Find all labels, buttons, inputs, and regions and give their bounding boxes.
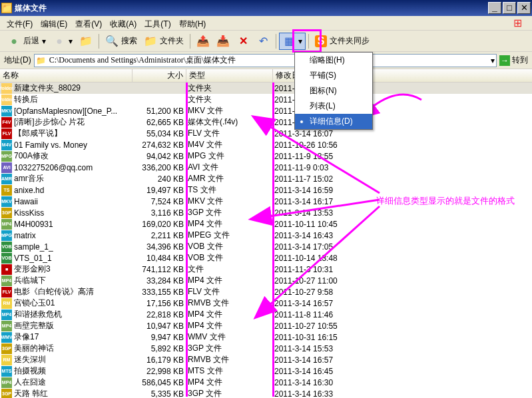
- header-name[interactable]: 名称: [0, 69, 133, 82]
- address-input[interactable]: 📁 C:\Documents and Settings\Administrato…: [34, 54, 497, 67]
- folders-button[interactable]: 📁 文件夹: [140, 33, 187, 50]
- delete-button[interactable]: ✕: [233, 33, 253, 50]
- file-date: 2011-3-14 15:53: [273, 344, 369, 353]
- table-row[interactable]: MP4画壁完整版10,947 KBMP4 文件2011-10-27 10:55: [0, 320, 532, 331]
- file-date: 2011-10-26 10:56: [273, 140, 369, 150]
- folder-up-icon: 📁: [79, 35, 93, 48]
- table-row[interactable]: F4V[清晰]步步惊心 片花62,665 KB媒体文件(.f4v)2011-3-…: [0, 116, 532, 128]
- annotation-views-highlight: [292, 29, 322, 53]
- file-type: 文件: [186, 264, 273, 275]
- table-row[interactable]: 3GPKissKiss3,116 KB3GP 文件2011-3-14 13:53: [0, 207, 532, 218]
- file-name: 转换后: [14, 94, 38, 105]
- file-size: 2,211 KB: [133, 231, 186, 240]
- menu-help[interactable]: 帮助(H): [175, 17, 210, 29]
- go-button[interactable]: → 转到: [499, 55, 528, 66]
- file-type-icon: VOB: [1, 253, 12, 264]
- table-row[interactable]: VOBsample_1_34,396 KBVOB 文件2011-3-14 17:…: [0, 241, 532, 252]
- file-type-icon: 3GP: [1, 389, 12, 399]
- menu-tools[interactable]: 工具(T): [140, 17, 174, 29]
- maximize-button[interactable]: □: [503, 2, 516, 14]
- file-name: 新建文件夹_88029: [14, 83, 81, 94]
- table-row[interactable]: folder转换后文件夹2011-: [0, 94, 532, 105]
- file-name: 1032275206@qq.com: [14, 163, 93, 172]
- file-size: 51,200 KB: [133, 106, 186, 116]
- file-size: 34,396 KB: [133, 242, 186, 252]
- table-row[interactable]: ■变形金刚3741,112 KB文件2011-11-3 10:31: [0, 264, 532, 275]
- views-opt-list[interactable]: 列表(L): [295, 99, 372, 114]
- file-size: 586,045 KB: [133, 378, 186, 387]
- back-icon: ●: [7, 35, 21, 48]
- file-date: 2011-10-27 9:58: [273, 288, 369, 297]
- file-type: RMVB 文件: [186, 298, 273, 309]
- file-date: 2011-3-14 16:43: [273, 231, 369, 240]
- menu-file[interactable]: 文件(F): [3, 17, 37, 29]
- file-type: AVI 文件: [186, 162, 273, 173]
- file-list[interactable]: folder新建文件夹_88029文件夹2011-folder转换后文件夹201…: [0, 83, 532, 397]
- table-row[interactable]: MP4和谐拯救危机22,818 KBMP4 文件2011-11-8 11:46: [0, 309, 532, 320]
- table-row[interactable]: MP4兵临城下33,284 KBMP4 文件2011-10-27 11:00: [0, 275, 532, 286]
- table-row[interactable]: folder新建文件夹_88029文件夹2011-: [0, 83, 532, 94]
- table-row[interactable]: AVI1032275206@qq.com336,200 KBAVI 文件2011…: [0, 162, 532, 173]
- table-row[interactable]: RM迷失深圳16,179 KBRMVB 文件2011-3-14 16:57: [0, 354, 532, 365]
- menu-favorites[interactable]: 收藏(A): [106, 17, 140, 29]
- file-size: 22,818 KB: [133, 310, 186, 319]
- table-row[interactable]: VOBVTS_01_110,484 KBVOB 文件2011-10-14 13:…: [0, 252, 532, 264]
- file-name: 01 Family vs. Money: [14, 140, 87, 150]
- minimize-button[interactable]: _: [488, 2, 501, 14]
- table-row[interactable]: MP4人在囧途586,045 KBMP4 文件2011-3-14 16:30: [0, 377, 532, 388]
- file-date: 2011-11-9 0:03: [273, 163, 369, 172]
- table-row[interactable]: MPG700A修改94,042 KBMPG 文件2011-11-9 13:55: [0, 150, 532, 162]
- file-name: 画壁完整版: [14, 320, 54, 331]
- file-date: 2011-11-9 13:55: [273, 152, 369, 161]
- table-row[interactable]: MTS拍摄视频22,998 KBMTS 文件2011-3-14 16:45: [0, 365, 532, 377]
- copy-to-button[interactable]: 📥: [213, 33, 233, 50]
- file-type: MP4 文件: [186, 275, 273, 286]
- file-type: 3GP 文件: [186, 343, 273, 354]
- file-type-icon: folder: [1, 95, 12, 105]
- table-row[interactable]: MPGmatrix2,211 KBMPEG 文件2011-3-14 16:43: [0, 230, 532, 241]
- address-bar: 地址(D) 📁 C:\Documents and Settings\Admini…: [0, 52, 532, 69]
- up-button[interactable]: 📁: [76, 33, 96, 50]
- table-row[interactable]: TSanixe.hd19,497 KBTS 文件2011-3-14 16:59: [0, 184, 532, 196]
- views-opt-icons[interactable]: 图标(N): [295, 83, 372, 99]
- table-row[interactable]: RM宫锁心玉0117,156 KBRMVB 文件2011-3-14 16:57: [0, 298, 532, 309]
- window-folder-icon: 📁: [1, 3, 12, 13]
- header-type[interactable]: 类型: [186, 69, 273, 82]
- file-date: 2011-11-3 10:31: [273, 265, 369, 274]
- table-row[interactable]: AMRamr音乐240 KBAMR 文件2011-11-7 15:02: [0, 173, 532, 184]
- search-button[interactable]: 🔍 搜索: [102, 33, 140, 50]
- chevron-down-icon: ▾: [69, 37, 73, 46]
- header-size[interactable]: 大小: [133, 69, 186, 82]
- table-row[interactable]: 3GP天路 韩红5,335 KB3GP 文件2011-3-14 16:33: [0, 388, 532, 398]
- file-name: 迷失深圳: [14, 354, 46, 365]
- address-label: 地址(D): [4, 55, 31, 66]
- table-row[interactable]: FLV电影《白蛇传说》高清333,155 KBFLV 文件2011-10-27 …: [0, 286, 532, 298]
- table-row[interactable]: M4V01 Family vs. Money274,632 KBM4V 文件20…: [0, 139, 532, 150]
- window-title: 媒体文件: [15, 3, 488, 14]
- views-opt-thumbnails[interactable]: 缩略图(H): [295, 53, 372, 68]
- file-name: 【郎咸平说】: [14, 128, 62, 139]
- views-opt-details-label: 详细信息(D): [310, 116, 353, 127]
- menu-view[interactable]: 查看(V): [71, 17, 106, 29]
- table-row[interactable]: WMV录像179,947 KBWMV 文件2011-10-31 16:15: [0, 331, 532, 343]
- views-opt-tiles[interactable]: 平铺(S): [295, 68, 372, 83]
- file-type-icon: F4V: [1, 117, 12, 128]
- table-row[interactable]: MKV[OpfansMaplesnow][One_P...51,200 KBMK…: [0, 105, 532, 116]
- file-type: MP4 文件: [186, 320, 273, 331]
- menu-edit[interactable]: 编辑(E): [37, 17, 71, 29]
- table-row[interactable]: 3GP美丽的神话5,892 KB3GP 文件2011-3-14 15:53: [0, 343, 532, 354]
- table-row[interactable]: FLV【郎咸平说】55,034 KBFLV 文件2011-3-14 16:07: [0, 128, 532, 139]
- file-size: 10,947 KB: [133, 321, 186, 331]
- close-button[interactable]: ✕: [517, 2, 531, 14]
- chevron-down-icon[interactable]: ▾: [491, 56, 495, 65]
- move-to-button[interactable]: 📤: [193, 33, 213, 50]
- radio-dot-icon: [300, 120, 304, 124]
- forward-button[interactable]: ● ▾: [49, 33, 76, 50]
- undo-button[interactable]: ↶: [253, 33, 273, 50]
- table-row[interactable]: MP4M4H00931169,020 KBMP4 文件2011-10-11 10…: [0, 218, 532, 230]
- views-opt-details[interactable]: 详细信息(D): [295, 114, 372, 129]
- file-type: MP4 文件: [186, 377, 273, 388]
- file-size: 169,020 KB: [133, 220, 186, 229]
- back-button[interactable]: ● 后退 ▾: [4, 33, 49, 50]
- file-type: MTS 文件: [186, 365, 273, 377]
